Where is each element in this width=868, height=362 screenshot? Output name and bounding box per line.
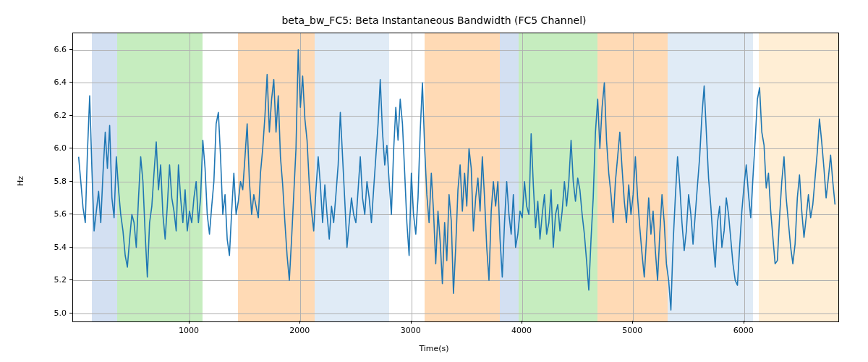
y-tick-mark: [69, 247, 72, 248]
chart-title: beta_bw_FC5: Beta Instantaneous Bandwidt…: [0, 14, 868, 26]
x-tick-mark: [632, 321, 633, 324]
y-tick-label: 5.6: [30, 209, 67, 219]
y-tick-mark: [69, 214, 72, 214]
x-axis-label: Time(s): [0, 344, 868, 353]
y-axis-label: Hz: [16, 176, 25, 186]
x-tick-mark: [411, 321, 412, 324]
y-tick-label: 5.8: [30, 176, 67, 185]
series-line: [79, 50, 835, 310]
y-tick-mark: [69, 115, 72, 116]
y-tick-label: 6.2: [30, 110, 67, 119]
x-tick-mark: [189, 321, 190, 324]
y-tick-label: 5.2: [30, 275, 67, 285]
chart-container: beta_bw_FC5: Beta Instantaneous Bandwidt…: [0, 0, 868, 362]
x-tick-mark: [744, 321, 744, 324]
x-tick-label: 2000: [289, 326, 310, 335]
y-tick-label: 6.4: [30, 77, 67, 87]
y-tick-label: 6.0: [30, 143, 67, 153]
y-tick-mark: [69, 82, 72, 83]
y-tick-mark: [69, 313, 72, 313]
y-tick-label: 5.4: [30, 242, 67, 251]
x-tick-label: 4000: [511, 326, 532, 335]
y-tick-label: 6.6: [30, 44, 67, 54]
y-tick-mark: [69, 279, 72, 280]
line-series: [73, 33, 838, 321]
x-tick-mark: [522, 321, 522, 324]
plot-area: [72, 33, 839, 322]
y-tick-label: 5.0: [30, 308, 67, 317]
y-tick-mark: [69, 49, 72, 50]
x-tick-label: 5000: [622, 326, 642, 335]
x-tick-label: 3000: [401, 326, 421, 335]
y-tick-mark: [69, 148, 72, 148]
x-tick-mark: [299, 321, 300, 324]
x-tick-label: 1000: [179, 326, 199, 335]
y-tick-mark: [69, 181, 72, 182]
x-tick-label: 6000: [733, 326, 754, 335]
